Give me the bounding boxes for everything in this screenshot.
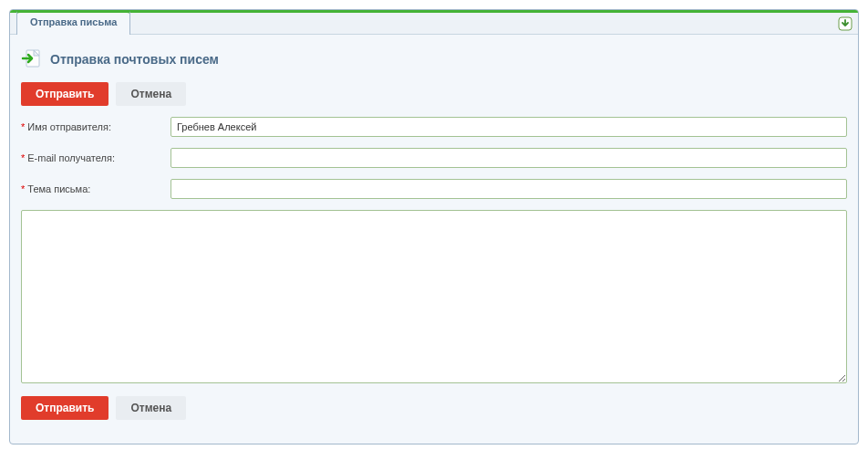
required-marker: * [21, 121, 25, 132]
top-button-row: Отправить Отмена [21, 82, 847, 106]
body-textarea[interactable] [21, 210, 847, 383]
tab-send-mail[interactable]: Отправка письма [16, 10, 130, 35]
sender-label-text: Имя отправителя: [27, 121, 111, 132]
subject-input[interactable] [170, 179, 847, 199]
bottom-button-row: Отправить Отмена [21, 396, 847, 420]
title-row: Отправка почтовых писем [21, 44, 847, 82]
sender-label: *Имя отправителя: [21, 121, 170, 132]
recipient-row: *E-mail получателя: [21, 148, 847, 168]
panel-body: Отправка почтовых писем Отправить Отмена… [10, 35, 858, 444]
tab-bar: Отправка письма [10, 13, 858, 35]
send-button-bottom[interactable]: Отправить [21, 396, 108, 420]
recipient-label-text: E-mail получателя: [27, 152, 115, 163]
send-button-top[interactable]: Отправить [21, 82, 108, 106]
recipient-label: *E-mail получателя: [21, 152, 170, 163]
required-marker: * [21, 183, 25, 194]
recipient-input[interactable] [170, 148, 847, 168]
cancel-button-top[interactable]: Отмена [116, 82, 186, 106]
mail-send-panel: Отправка письма Отправка почтовых писем … [9, 9, 859, 444]
subject-label-text: Тема письма: [27, 183, 90, 194]
subject-row: *Тема письма: [21, 179, 847, 199]
page-title: Отправка почтовых писем [50, 52, 219, 67]
sender-row: *Имя отправителя: [21, 117, 847, 137]
mail-send-icon [21, 47, 43, 71]
subject-label: *Тема письма: [21, 183, 170, 194]
collapse-icon[interactable] [838, 16, 852, 31]
cancel-button-bottom[interactable]: Отмена [116, 396, 186, 420]
sender-input[interactable] [170, 117, 847, 137]
required-marker: * [21, 152, 25, 163]
